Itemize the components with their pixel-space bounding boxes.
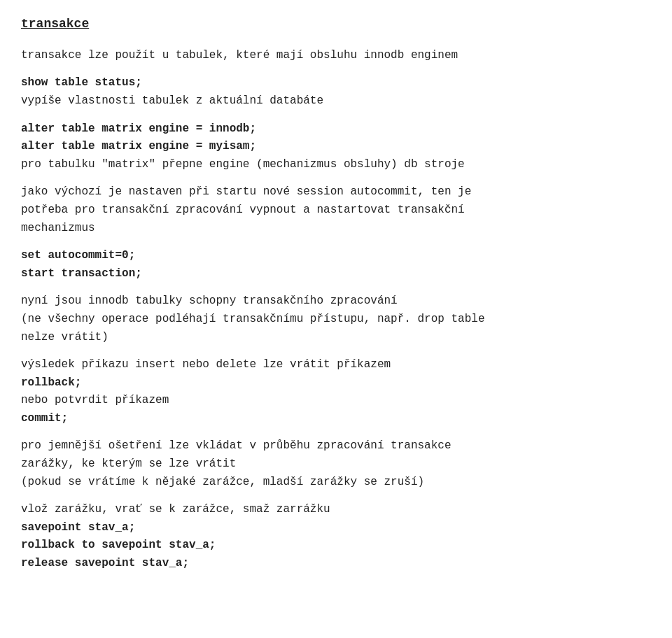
commit-desc: nebo potvrdit příkazem bbox=[21, 394, 169, 406]
section-show-table: show table status; vypíše vlastnosti tab… bbox=[21, 74, 651, 110]
savepoint-desc-line1: pro jemnější ošetření lze vkládat v průb… bbox=[21, 439, 451, 452]
section-savepoint-desc: pro jemnější ošetření lze vkládat v průb… bbox=[21, 437, 651, 491]
section-intro: transakce lze použít u tabulek, které ma… bbox=[21, 47, 651, 65]
show-table-command: show table status; bbox=[21, 76, 142, 89]
savepoint-desc-line2: zarážky, ke kterým se lze vrátit bbox=[21, 458, 236, 470]
innodb-desc-line2: (ne všechny operace podléhají transakční… bbox=[21, 313, 485, 325]
alter-table-desc: pro tabulku "matrix" přepne engine (mech… bbox=[21, 158, 465, 171]
savepoint-desc-line3: (pokud se vrátíme k nějaké zarážce, mlad… bbox=[21, 476, 424, 488]
show-table-desc: vypíše vlastnosti tabulek z aktuální dat… bbox=[21, 94, 323, 107]
autocommit-desc-line2: potřeba pro transakční zpracování vypnou… bbox=[21, 204, 465, 216]
innodb-desc-line1: nyní jsou innodb tabulky schopny transak… bbox=[21, 295, 398, 307]
section-innodb-desc: nyní jsou innodb tabulky schopny transak… bbox=[21, 292, 651, 346]
alter-myisam-command: alter table matrix engine = myisam; bbox=[21, 140, 256, 153]
section-rollback: výsledek příkazu insert nebo delete lze … bbox=[21, 356, 651, 427]
main-content: transakce transakce lze použít u tabulek… bbox=[21, 14, 651, 573]
section-autocommit-desc: jako výchozí je nastaven při startu nové… bbox=[21, 183, 651, 237]
autocommit-desc-line1: jako výchozí je nastaven při startu nové… bbox=[21, 185, 471, 198]
rollback-to-savepoint-command: rollback to savepoint stav_a; bbox=[21, 539, 216, 551]
set-autocommit-command: set autocommit=0; bbox=[21, 249, 135, 262]
savepoint-intro-line: vlož zarážku, vrať se k zarážce, smaž za… bbox=[21, 503, 330, 516]
intro-text: transakce lze použít u tabulek, které ma… bbox=[21, 49, 458, 62]
innodb-desc-line3: nelze vrátit) bbox=[21, 331, 108, 343]
page-title: transakce bbox=[21, 14, 651, 34]
commit-command: commit; bbox=[21, 412, 68, 425]
alter-innodb-command: alter table matrix engine = innodb; bbox=[21, 122, 256, 135]
section-savepoint-commands: vlož zarážku, vrať se k zarážce, smaž za… bbox=[21, 501, 651, 572]
release-savepoint-command: release savepoint stav_a; bbox=[21, 557, 189, 569]
savepoint-command: savepoint stav_a; bbox=[21, 521, 135, 534]
autocommit-desc-line3: mechanizmus bbox=[21, 222, 95, 234]
start-transaction-command: start transaction; bbox=[21, 267, 142, 280]
section-alter-table: alter table matrix engine = innodb; alte… bbox=[21, 120, 651, 174]
rollback-desc-line1: výsledek příkazu insert nebo delete lze … bbox=[21, 358, 391, 371]
section-set-autocommit: set autocommit=0; start transaction; bbox=[21, 247, 651, 283]
rollback-command: rollback; bbox=[21, 376, 81, 389]
